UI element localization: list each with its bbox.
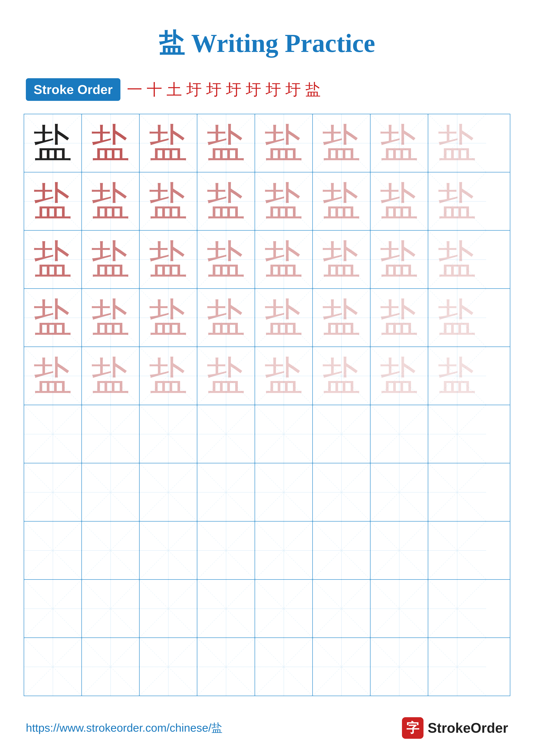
svg-line-129	[24, 580, 81, 637]
grid-cell[interactable]	[255, 522, 313, 579]
grid-cell[interactable]: 盐	[140, 173, 197, 230]
grid-cell[interactable]: 盐	[313, 289, 370, 346]
grid-cell[interactable]: 盐	[255, 289, 313, 346]
svg-line-91	[313, 405, 370, 463]
grid-cell[interactable]	[313, 463, 370, 521]
svg-line-100	[140, 463, 197, 521]
svg-line-141	[370, 580, 428, 637]
grid-cell[interactable]: 盐	[428, 114, 486, 172]
grid-cell[interactable]	[255, 405, 313, 463]
grid-cell[interactable]	[255, 580, 313, 637]
svg-line-139	[313, 580, 370, 637]
grid-cell[interactable]	[24, 405, 82, 463]
grid-cell[interactable]	[370, 405, 428, 463]
grid-cell[interactable]: 盐	[197, 114, 255, 172]
grid-cell[interactable]	[140, 405, 197, 463]
grid-cell[interactable]: 盐	[24, 230, 82, 288]
grid-cell[interactable]	[428, 522, 486, 579]
svg-line-151	[197, 638, 255, 696]
grid-cell[interactable]: 盐	[24, 347, 82, 405]
svg-line-89	[255, 405, 312, 463]
grid-cell[interactable]	[140, 638, 197, 696]
grid-row: 盐 盐 盐 盐 盐 盐 盐 盐	[24, 173, 510, 230]
grid-cell[interactable]	[197, 638, 255, 696]
svg-line-154	[313, 638, 370, 696]
grid-cell[interactable]	[82, 405, 140, 463]
svg-line-148	[140, 638, 197, 696]
grid-cell[interactable]: 盐	[370, 230, 428, 288]
grid-cell[interactable]: 盐	[197, 173, 255, 230]
grid-cell[interactable]: 盐	[370, 173, 428, 230]
grid-cell[interactable]: 盐	[428, 347, 486, 405]
grid-cell[interactable]	[197, 580, 255, 637]
grid-cell[interactable]: 盐	[197, 230, 255, 288]
svg-line-144	[24, 638, 81, 696]
grid-cell[interactable]: 盐	[370, 289, 428, 346]
footer-url: https://www.strokeorder.com/chinese/盐	[26, 720, 222, 736]
grid-cell[interactable]: 盐	[313, 173, 370, 230]
grid-cell[interactable]	[313, 638, 370, 696]
grid-cell[interactable]	[82, 638, 140, 696]
grid-cell[interactable]	[428, 405, 486, 463]
grid-cell[interactable]: 盐	[140, 289, 197, 346]
grid-cell[interactable]	[82, 522, 140, 579]
grid-cell[interactable]	[24, 522, 82, 579]
grid-cell[interactable]	[370, 463, 428, 521]
grid-cell[interactable]: 盐	[197, 289, 255, 346]
grid-cell[interactable]	[197, 463, 255, 521]
stroke-order-chars: 一 十 土 圩 圩 圩 圩 圩 圩 盐	[127, 79, 321, 100]
grid-cell[interactable]: 盐	[428, 173, 486, 230]
svg-line-143	[428, 580, 486, 637]
svg-line-146	[82, 638, 139, 696]
grid-row	[24, 463, 510, 522]
grid-cell[interactable]	[428, 580, 486, 637]
grid-cell[interactable]	[197, 522, 255, 579]
grid-cell[interactable]	[428, 638, 486, 696]
grid-cell[interactable]: 盐	[313, 114, 370, 172]
grid-cell[interactable]: 盐	[370, 347, 428, 405]
page-title: 盐 Writing Practice	[0, 0, 534, 61]
grid-cell[interactable]	[140, 522, 197, 579]
grid-cell[interactable]: 盐	[255, 114, 313, 172]
grid-cell[interactable]	[24, 638, 82, 696]
grid-cell[interactable]: 盐	[255, 347, 313, 405]
grid-cell[interactable]: 盐	[82, 289, 140, 346]
grid-cell[interactable]: 盐	[82, 114, 140, 172]
grid-cell[interactable]	[370, 522, 428, 579]
grid-cell[interactable]: 盐	[370, 114, 428, 172]
grid-cell[interactable]	[82, 580, 140, 637]
grid-cell[interactable]	[197, 405, 255, 463]
grid-cell[interactable]	[370, 580, 428, 637]
grid-cell[interactable]	[140, 463, 197, 521]
grid-cell[interactable]: 盐	[82, 173, 140, 230]
grid-cell[interactable]: 盐	[140, 230, 197, 288]
grid-cell[interactable]: 盐	[140, 114, 197, 172]
grid-cell[interactable]	[24, 463, 82, 521]
grid-cell[interactable]: 盐	[255, 173, 313, 230]
grid-cell[interactable]: 盐	[313, 347, 370, 405]
svg-line-105	[255, 463, 312, 521]
grid-cell[interactable]	[82, 463, 140, 521]
grid-cell[interactable]	[428, 463, 486, 521]
grid-cell[interactable]	[140, 580, 197, 637]
svg-line-145	[24, 638, 81, 696]
grid-cell[interactable]: 盐	[24, 114, 82, 172]
grid-cell[interactable]	[313, 405, 370, 463]
grid-cell[interactable]	[370, 638, 428, 696]
grid-cell[interactable]: 盐	[82, 347, 140, 405]
grid-cell[interactable]: 盐	[255, 230, 313, 288]
grid-cell[interactable]	[24, 580, 82, 637]
grid-cell[interactable]	[255, 638, 313, 696]
grid-cell[interactable]: 盐	[24, 173, 82, 230]
grid-cell[interactable]	[313, 580, 370, 637]
grid-cell[interactable]: 盐	[24, 289, 82, 346]
svg-line-125	[370, 522, 428, 579]
grid-cell[interactable]: 盐	[82, 230, 140, 288]
grid-cell[interactable]: 盐	[428, 230, 486, 288]
grid-cell[interactable]	[255, 463, 313, 521]
grid-cell[interactable]: 盐	[140, 347, 197, 405]
grid-cell[interactable]: 盐	[428, 289, 486, 346]
grid-cell[interactable]	[313, 522, 370, 579]
grid-cell[interactable]: 盐	[313, 230, 370, 288]
grid-cell[interactable]: 盐	[197, 347, 255, 405]
